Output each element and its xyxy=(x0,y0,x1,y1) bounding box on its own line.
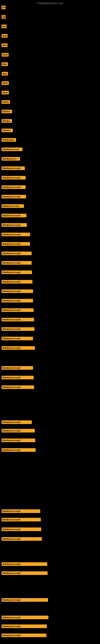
bottleneck-label-31: Bottleneck result xyxy=(1,299,33,302)
bottleneck-label-5: Bottl xyxy=(1,53,9,56)
bottleneck-label-40: Bottleneck result xyxy=(1,420,32,424)
bottleneck-label-9: Bottl xyxy=(1,91,9,94)
bottleneck-label-41: Bottleneck result xyxy=(1,429,35,432)
bottleneck-item-41: Bottleneck result xyxy=(1,429,35,433)
bottleneck-item-32: Bottleneck result xyxy=(1,308,34,313)
bottleneck-item-21: Bottleneck resu xyxy=(1,204,24,209)
bottleneck-item-44: Bottleneck result xyxy=(1,509,40,514)
bottleneck-label-14: Bottleneck xyxy=(1,138,16,142)
bottleneck-label-49: Bottleneck result xyxy=(1,571,48,575)
bottleneck-item-47: Bottleneck result xyxy=(1,537,42,542)
bottleneck-item-0: Bo xyxy=(1,6,6,10)
bottleneck-label-30: Bottleneck result xyxy=(1,290,33,293)
bottleneck-item-36: Bottleneck result xyxy=(1,346,35,350)
bottleneck-label-6: Bott xyxy=(1,62,8,66)
bottleneck-item-12: Bottlen xyxy=(1,119,12,124)
bottleneck-item-53: Bottleneck result xyxy=(1,624,47,629)
bottleneck-label-10: Bottle xyxy=(1,100,10,104)
bottleneck-item-33: Bottleneck result xyxy=(1,318,34,322)
bottleneck-label-32: Bottleneck result xyxy=(1,308,34,312)
bottleneck-item-30: Bottleneck result xyxy=(1,290,33,294)
bottleneck-item-26: Bottleneck result xyxy=(1,252,32,256)
bottleneck-label-37: Bottleneck result xyxy=(1,366,33,370)
bottleneck-label-3: Bott xyxy=(1,34,8,38)
bottleneck-label-2: Bot xyxy=(1,24,7,28)
bottleneck-label-50: Bottleneck result xyxy=(1,598,48,602)
bottleneck-item-10: Bottle xyxy=(1,100,10,105)
bottleneck-label-7: Bott xyxy=(1,72,8,76)
bottleneck-label-53: Bottleneck result xyxy=(1,624,47,628)
bottleneck-label-36: Bottleneck result xyxy=(1,346,35,350)
bottleneck-label-48: Bottleneck result xyxy=(1,562,47,566)
bottleneck-item-15: Bottleneck resu xyxy=(1,148,22,152)
bottleneck-item-3: Bott xyxy=(1,34,8,38)
bottleneck-label-51: Bottleneck result xyxy=(1,616,49,619)
bottleneck-item-28: Bottleneck result xyxy=(1,270,32,275)
bottleneck-item-1: Bo xyxy=(1,15,6,20)
bottleneck-label-28: Bottleneck result xyxy=(1,270,32,274)
bottleneck-label-38: Bottleneck result xyxy=(1,376,34,379)
bottleneck-label-44: Bottleneck result xyxy=(1,509,40,513)
bottleneck-item-9: Bottl xyxy=(1,91,9,95)
bottleneck-item-25: Bottleneck result xyxy=(1,242,30,246)
bottleneck-label-25: Bottleneck result xyxy=(1,242,30,246)
bottleneck-item-38: Bottleneck result xyxy=(1,376,34,380)
bottleneck-item-20: Bottleneck result xyxy=(1,195,26,199)
bottleneck-label-20: Bottleneck result xyxy=(1,195,26,198)
bottleneck-label-18: Bottleneck result xyxy=(1,176,26,180)
bottleneck-label-4: Bott xyxy=(1,44,8,47)
bottleneck-label-22: Bottleneck result xyxy=(1,214,26,217)
bottleneck-label-42: Bottleneck result xyxy=(1,438,35,442)
bottleneck-item-43: Bottleneck result xyxy=(1,448,36,452)
bottleneck-label-0: Bo xyxy=(1,6,6,9)
bottleneck-label-45: Bottleneck result xyxy=(1,518,41,522)
bottleneck-item-16: Bottleneck re xyxy=(1,157,20,162)
bottleneck-label-52: Bottleneck result xyxy=(1,634,47,637)
bottleneck-label-16: Bottleneck re xyxy=(1,157,20,160)
bottleneck-item-46: Bottleneck result xyxy=(1,528,41,532)
bottleneck-label-33: Bottleneck result xyxy=(1,318,34,322)
bottleneck-item-34: Bottleneck result xyxy=(1,327,34,332)
bottleneck-label-21: Bottleneck resu xyxy=(1,204,24,208)
bottleneck-label-11: Bottlen xyxy=(1,110,12,113)
bottleneck-item-39: Bottleneck result xyxy=(1,386,34,390)
bottleneck-label-46: Bottleneck result xyxy=(1,528,41,531)
bottleneck-label-26: Bottleneck result xyxy=(1,252,32,255)
bottleneck-item-11: Bottlen xyxy=(1,110,12,114)
bottleneck-label-24: Bottleneck result xyxy=(1,233,30,236)
bottleneck-item-50: Bottleneck result xyxy=(1,598,48,602)
bottleneck-label-34: Bottleneck result xyxy=(1,327,34,331)
bottleneck-item-52: Bottleneck result xyxy=(1,634,47,638)
bottleneck-item-22: Bottleneck result xyxy=(1,214,26,218)
bottleneck-item-48: Bottleneck result xyxy=(1,562,47,567)
bottleneck-item-13: Bottlen xyxy=(1,128,13,133)
bottleneck-item-18: Bottleneck result xyxy=(1,176,26,180)
bottleneck-label-19: Bottleneck result xyxy=(1,185,26,189)
bottleneck-item-14: Bottleneck xyxy=(1,138,16,142)
bottleneck-item-31: Bottleneck result xyxy=(1,299,33,303)
bottleneck-label-43: Bottleneck result xyxy=(1,448,36,452)
bottleneck-item-27: Bottleneck result xyxy=(1,261,32,266)
bottleneck-item-2: Bot xyxy=(1,24,7,29)
bottleneck-item-29: Bottleneck result xyxy=(1,280,32,284)
bottleneck-label-17: Bottleneck result xyxy=(1,166,25,170)
bottleneck-item-45: Bottleneck result xyxy=(1,518,41,522)
bottleneck-item-5: Bottl xyxy=(1,53,9,57)
bottleneck-item-19: Bottleneck result xyxy=(1,185,26,190)
bottleneck-label-23: Bottleneck result xyxy=(1,223,27,227)
bottleneck-label-8: Bottl xyxy=(1,81,9,85)
bottleneck-label-39: Bottleneck result xyxy=(1,386,34,389)
bottleneck-item-24: Bottleneck result xyxy=(1,233,30,237)
bottleneck-item-51: Bottleneck result xyxy=(1,616,49,620)
bottleneck-item-49: Bottleneck result xyxy=(1,571,48,576)
bottleneck-label-47: Bottleneck result xyxy=(1,537,42,541)
bottleneck-item-37: Bottleneck result xyxy=(1,366,33,370)
bottleneck-label-1: Bo xyxy=(1,15,6,19)
bottleneck-label-13: Bottlen xyxy=(1,128,13,132)
bottleneck-item-6: Bott xyxy=(1,62,8,67)
bottleneck-item-42: Bottleneck result xyxy=(1,438,35,443)
bottleneck-label-27: Bottleneck result xyxy=(1,261,32,265)
bottleneck-item-35: Bottleneck result xyxy=(1,337,33,341)
bottleneck-item-17: Bottleneck result xyxy=(1,166,25,171)
bottleneck-label-15: Bottleneck resu xyxy=(1,148,22,151)
